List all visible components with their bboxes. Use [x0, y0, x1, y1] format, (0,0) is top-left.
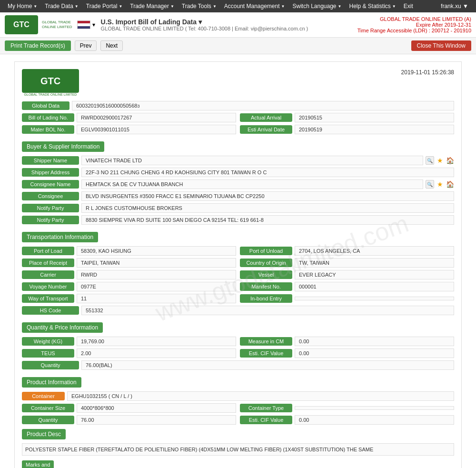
teus-field: TEUS 2.00 — [22, 349, 236, 358]
company-info: U.S. Import Bill of Lading Data ▾ GLOBAL… — [101, 18, 308, 31]
carrier-field: Carrier RWRD — [22, 270, 236, 279]
nav-help-statistics[interactable]: Help & Statistics▼ — [345, 3, 399, 10]
bol-value: RWRD002900017267 — [77, 113, 236, 122]
nav-my-home[interactable]: My Home▼ — [4, 3, 41, 10]
voyage-row: Voyage Number 0977E Manifest No. 000001 — [22, 282, 454, 291]
notify-party-1-label: Notify Party — [22, 204, 79, 212]
shipper-address-label: Shipper Address — [22, 168, 79, 177]
teus-label: TEUS — [22, 349, 74, 358]
close-button-top[interactable]: Close This Window — [411, 40, 471, 51]
bol-field: Bill of Lading No. RWRD002900017267 — [22, 113, 236, 122]
subscription-line2: Expire After 2019-12-31 — [357, 22, 471, 28]
esti-arrival-value: 20190519 — [295, 125, 454, 134]
caret-icon: ▼ — [281, 4, 285, 9]
subscription-line1: GLOBAL TRADE ONLINE LIMITED (A) — [357, 16, 471, 22]
subscription-info: GLOBAL TRADE ONLINE LIMITED (A) Expire A… — [357, 16, 471, 33]
nav-trade-tools[interactable]: Trade Tools▼ — [178, 3, 220, 10]
manifest-label: Manifest No. — [240, 282, 292, 291]
consignee-value: BLVD INSURGENTES #3500 FRACC E1 SEMINARI… — [81, 191, 454, 201]
carrier-label: Carrier — [22, 270, 74, 279]
hs-code-label: HS Code — [22, 306, 79, 315]
container-row: Container EGHU1032155 ( CN / L / ) — [22, 391, 454, 401]
user-menu[interactable]: frank.xu ▼ — [437, 3, 472, 10]
logo-area: GTC GLOBAL TRADEONLINE LIMITED — [5, 15, 72, 34]
place-receipt-field: Place of Receipt TAIPEI, TAIWAN — [22, 258, 236, 268]
esti-cif-label: Esti. CIF Value — [240, 349, 292, 358]
container-type-value — [295, 406, 454, 410]
logo-tagline: GLOBAL TRADEONLINE LIMITED — [42, 20, 72, 29]
master-bol-row: Mater BOL No. EGLV003901011015 Esti Arri… — [22, 125, 454, 134]
teus-row: TEUS 2.00 Esti. CIF Value 0.00 — [22, 349, 454, 358]
notify-party-2-label: Notify Party — [22, 216, 79, 224]
caret-icon: ▼ — [170, 4, 174, 9]
home-icon[interactable]: 🏠 — [446, 180, 454, 189]
quantity-price-header: Quantity & Price Information — [22, 322, 103, 333]
transportation-header: Transportation Information — [22, 232, 98, 242]
voyage-field: Voyage Number 0977E — [22, 282, 236, 291]
print-button-top[interactable]: Print Trade Record(s) — [5, 40, 71, 51]
master-bol-label: Mater BOL No. — [22, 125, 74, 134]
home-icon[interactable]: 🏠 — [446, 156, 454, 165]
consignee-name-label: Consignee Name — [22, 180, 79, 189]
buyer-supplier-header: Buyer & Supplier Information — [22, 141, 104, 152]
nav-trade-data[interactable]: Trade Data▼ — [41, 3, 82, 10]
consignee-icons: 🔍 ★ 🏠 — [426, 180, 454, 189]
product-esti-cif-field: Esti. CIF Value 0.00 — [240, 415, 454, 425]
caret-icon: ▼ — [213, 4, 217, 9]
weight-field: Weight (KG) 19,769.00 — [22, 337, 236, 346]
shipper-address-row: Shipper Address 22F-3 NO 211 CHUNG CHENG… — [22, 168, 454, 177]
way-transport-row: Way of Transport 11 In-bond Entry — [22, 294, 454, 303]
search-icon[interactable]: 🔍 — [426, 156, 434, 165]
notify-party-2-value: 8830 SIEMPRE VIVA RD SUITE 100 SAN DIEGO… — [81, 215, 454, 225]
container-type-label: Container Type — [240, 404, 292, 412]
prev-button-top[interactable]: Prev — [75, 40, 97, 51]
top-action-bar: Print Trade Record(s) Prev Next Close Th… — [0, 38, 476, 54]
star-icon[interactable]: ★ — [436, 180, 444, 189]
nav-trade-portal[interactable]: Trade Portal▼ — [82, 3, 127, 10]
in-bond-value — [295, 297, 454, 300]
place-receipt-row: Place of Receipt TAIPEI, TAIWAN Country … — [22, 258, 454, 268]
nav-account-management[interactable]: Account Management▼ — [220, 3, 289, 10]
global-data-label: Global Data — [22, 101, 69, 110]
nav-switch-language[interactable]: Switch Language▼ — [288, 3, 345, 10]
master-bol-value: EGLV003901011015 — [77, 125, 236, 134]
product-info-header: Product Information — [22, 377, 81, 388]
marks-label: Marks and — [22, 460, 54, 468]
place-receipt-value: TAIPEI, TAIWAN — [77, 258, 236, 268]
country-origin-value: TW, TAIWAN — [295, 258, 454, 268]
quantity-value: 76.00(BAL) — [81, 360, 454, 370]
teus-value: 2.00 — [77, 349, 236, 358]
consignee-name-row: Consignee Name HEMTACK SA DE CV TIJUANA … — [22, 179, 454, 189]
nav-trade-manager[interactable]: Trade Manager▼ — [126, 3, 178, 10]
weight-value: 19,769.00 — [77, 337, 236, 346]
esti-cif-field: Esti. CIF Value 0.00 — [240, 349, 454, 358]
record-logo-box: GTC — [22, 69, 79, 93]
port-unload-value: 2704, LOS ANGELES, CA — [295, 246, 454, 256]
consignee-name-value: HEMTACK SA DE CV TIJUANA BRANCH — [81, 179, 423, 189]
caret-icon: ▼ — [75, 4, 79, 9]
carrier-row: Carrier RWRD Vessel EVER LEGACY — [22, 270, 454, 279]
shipper-name-row: Shipper Name VINATECH TRADE LTD 🔍 ★ 🏠 — [22, 156, 454, 165]
shipper-name-value: VINATECH TRADE LTD — [81, 156, 423, 165]
product-quantity-value: 76.00 — [77, 415, 236, 425]
next-button-top[interactable]: Next — [100, 40, 123, 51]
country-origin-label: Country of Origin — [240, 259, 292, 267]
port-load-row: Port of Load 58309, KAO HSIUNG Port of U… — [22, 246, 454, 256]
product-esti-cif-label: Esti. CIF Value — [240, 416, 292, 424]
actual-arrival-label: Actual Arrival — [240, 113, 292, 122]
port-unload-label: Port of Unload — [240, 247, 292, 255]
place-receipt-label: Place of Receipt — [22, 259, 74, 267]
shipper-icons: 🔍 ★ 🏠 — [426, 156, 454, 165]
global-data-row: Global Data 6003201905160000505683 — [22, 101, 454, 110]
container-type-field: Container Type — [240, 403, 454, 413]
esti-arrival-field: Esti Arrival Date 20190519 — [240, 125, 454, 134]
caret-icon: ▼ — [33, 4, 37, 9]
global-data-value: 6003201905160000505683 — [72, 101, 454, 110]
caret-icon: ▼ — [119, 4, 122, 9]
container-label: Container — [22, 392, 65, 400]
header-bar: GTC GLOBAL TRADEONLINE LIMITED ▾ U.S. Im… — [0, 12, 476, 38]
us-flag — [77, 20, 90, 29]
nav-exit[interactable]: Exit — [400, 3, 417, 10]
search-icon[interactable]: 🔍 — [426, 180, 434, 189]
star-icon[interactable]: ★ — [436, 156, 444, 165]
